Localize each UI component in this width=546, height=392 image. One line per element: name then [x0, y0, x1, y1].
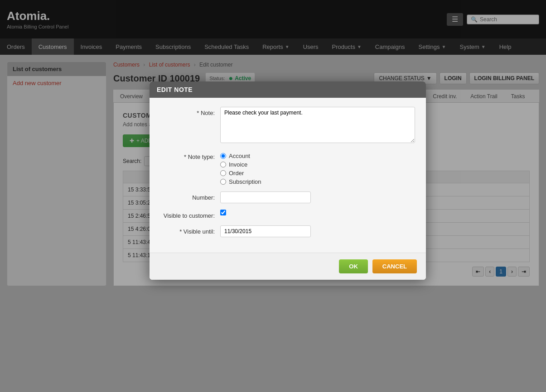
note-label: * Note: [160, 107, 215, 116]
radio-order-input[interactable] [220, 170, 226, 176]
note-field-row: * Note: [160, 107, 415, 144]
until-input[interactable] [220, 225, 311, 237]
cancel-button[interactable]: CANCEL [372, 259, 417, 273]
modal-body: * Note: * Note type: Account Invoice [150, 98, 426, 253]
radio-subscription[interactable]: Subscription [220, 178, 261, 185]
modal-overlay[interactable]: EDIT NOTE * Note: * Note type: Account [0, 0, 546, 293]
note-type-label: * Note type: [160, 151, 215, 160]
radio-order-label: Order [229, 170, 244, 177]
number-label: Number: [160, 191, 215, 201]
modal-footer: OK CANCEL [150, 253, 426, 280]
visible-checkbox-label[interactable] [220, 210, 226, 215]
until-label: * Visible until: [160, 225, 215, 235]
ok-button[interactable]: OK [339, 259, 368, 273]
radio-account[interactable]: Account [220, 153, 261, 159]
visible-row: Visible to customer: [160, 210, 415, 219]
radio-account-input[interactable] [220, 153, 226, 159]
note-input-wrap [220, 107, 415, 144]
radio-invoice-label: Invoice [229, 161, 247, 168]
edit-note-modal: EDIT NOTE * Note: * Note type: Account [150, 81, 426, 280]
until-row: * Visible until: [160, 225, 415, 237]
note-type-group: Account Invoice Order Subscription [220, 151, 261, 185]
visible-checkbox[interactable] [220, 210, 226, 215]
radio-invoice[interactable]: Invoice [220, 161, 261, 168]
number-input[interactable] [220, 191, 311, 203]
radio-account-label: Account [229, 153, 250, 159]
radio-subscription-label: Subscription [229, 178, 261, 185]
note-type-row: * Note type: Account Invoice Order [160, 151, 415, 185]
radio-order[interactable]: Order [220, 170, 261, 177]
radio-subscription-input[interactable] [220, 179, 226, 185]
note-textarea[interactable] [220, 107, 415, 143]
visible-label: Visible to customer: [160, 210, 215, 219]
number-row: Number: [160, 191, 415, 203]
radio-invoice-input[interactable] [220, 162, 226, 167]
modal-header: EDIT NOTE [150, 81, 426, 98]
